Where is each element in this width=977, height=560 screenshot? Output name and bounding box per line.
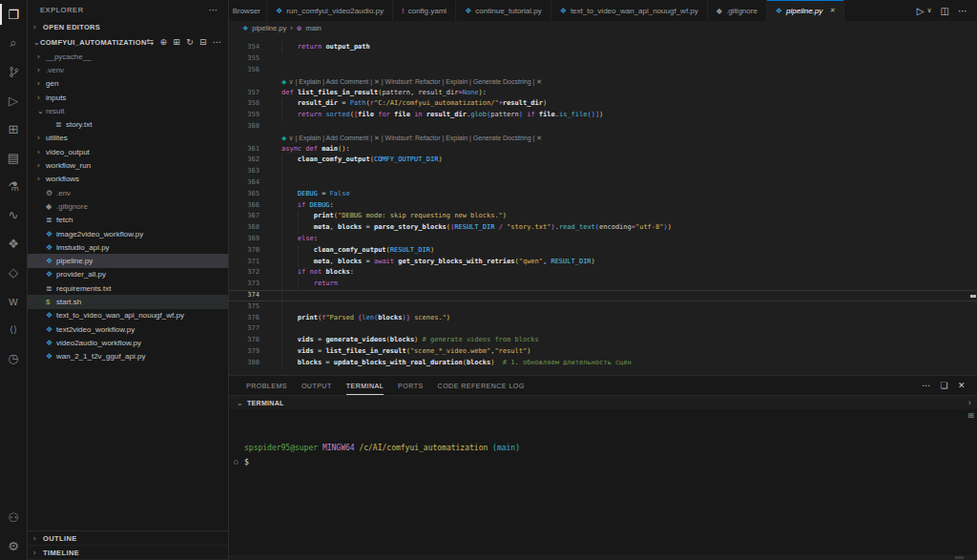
close-tab-icon[interactable]: ✕ — [829, 7, 835, 14]
project-section-header[interactable]: ⌄ COMFYUI_AUTOMATIZATION ⇆⊕⊞↻⊟⋯ — [28, 34, 228, 50]
tree-item-story-txt[interactable]: ≣story.txt — [28, 117, 228, 131]
code-line-359[interactable]: 359 return sorted([file for file in resu… — [229, 110, 977, 121]
tab-continue-tutorial-py[interactable]: ❖continue_tutorial.py — [456, 0, 551, 21]
maximize-panel-icon[interactable]: ❏ — [940, 381, 948, 390]
panel-tab-problems[interactable]: PROBLEMS — [246, 376, 287, 395]
account-icon[interactable]: ⚇ — [0, 503, 27, 531]
code-line-371[interactable]: 371 meta, blocks = await get_story_block… — [229, 257, 977, 268]
tree-item-gen[interactable]: ›gen — [28, 77, 228, 91]
refresh-icon[interactable]: ↻ — [186, 37, 194, 47]
run-debug-icon[interactable]: ▷ — [0, 86, 27, 114]
remote-explorer-icon[interactable]: ▤ — [0, 143, 27, 172]
code-line-363[interactable]: 363 — [229, 166, 977, 177]
panel-horizontal-scrollbar[interactable] — [229, 555, 977, 560]
settings-gear-icon[interactable]: ⚙ — [0, 531, 27, 560]
tree-item-requirements-txt[interactable]: ≣requirements.txt — [28, 281, 228, 295]
tab-text-to-video-wan-api-nouugf-wf-py[interactable]: ❖text_to_video_wan_api_nouugf_wf.py — [551, 0, 708, 21]
terminal-body[interactable]: spspider95@super MINGW64 /c/AI/comfyui_a… — [229, 409, 977, 560]
tree-item-lmstudio-api-py[interactable]: ❖lmstudio_api.py — [28, 240, 228, 254]
tree-item-workflow-run[interactable]: ›workflow_run — [28, 158, 228, 172]
tree-item-video2audio-workflow-py[interactable]: ❖video2audio_workflow.py — [28, 336, 228, 349]
code-line-360[interactable]: 360 — [229, 121, 977, 133]
tree-item--gitignore[interactable]: ◆.gitignore — [28, 199, 228, 213]
tree-item-workflows[interactable]: ›workflows — [28, 173, 228, 186]
scrollbar-thumb[interactable] — [955, 556, 964, 559]
breadcrumb-symbol[interactable]: main — [306, 24, 322, 32]
compare-icon[interactable]: ⇆ — [147, 37, 155, 47]
wandb-icon[interactable]: w — [0, 286, 27, 315]
code-line-375[interactable]: 375 — [229, 301, 977, 313]
code-line-370[interactable]: 370 clean_comfy_output(RESULT_DIR) — [229, 245, 977, 257]
run-python-file-button[interactable]: ▷ — [917, 6, 925, 16]
code-editor[interactable]: ▔▔▔▔▔ ▔▔▔ ▔▔▔▔ ▔▔▔▔▔▔ ▔▔▔354 return outp… — [229, 35, 977, 375]
run-dropdown-icon[interactable]: ∨ — [926, 7, 931, 14]
testing-icon[interactable]: ⚗ — [0, 172, 27, 200]
sidebar-section-timeline[interactable]: ›TIMELINE — [28, 546, 228, 560]
editor-more-actions-icon[interactable]: ⋯ — [958, 6, 967, 16]
code-line-356[interactable]: 356 — [229, 65, 977, 76]
codelens-actions[interactable]: ◈∨ | Explain | Add Comment | ✕ | Windsur… — [229, 76, 977, 88]
tree-item-text-to-video-wan-api-nouugf-wf-py[interactable]: ❖text_to_video_wan_api_nouugf_wf.py — [28, 309, 228, 322]
sidebar-more-actions-icon[interactable]: ⋯ — [208, 5, 218, 15]
sidebar-section-outline[interactable]: ›OUTLINE — [28, 531, 228, 546]
new-folder-icon[interactable]: ⊞ — [173, 37, 180, 47]
codeium-icon[interactable]: ∿ — [0, 200, 27, 229]
terminal-header-chevron-icon[interactable]: › — [968, 398, 971, 407]
close-panel-icon[interactable]: ✕ — [958, 381, 966, 390]
more-icon[interactable]: ⋯ — [213, 37, 221, 47]
code-line-377[interactable]: 377 — [229, 323, 977, 335]
code-line-364[interactable]: 364 — [229, 177, 977, 189]
terminal-command-line[interactable]: $ — [244, 455, 977, 469]
code-line-380[interactable]: 380 blocks = update_blocks_with_real_dur… — [229, 358, 977, 369]
tab-pipeline-py[interactable]: ❖pipeline.py✕ — [767, 0, 844, 21]
tree-item-video-output[interactable]: ›video_output — [28, 145, 228, 158]
container-tools-icon[interactable]: ◇ — [0, 258, 27, 286]
panel-tab-output[interactable]: OUTPUT — [301, 376, 332, 395]
tree-item-inputs[interactable]: ›inputs — [28, 91, 228, 104]
code-line-355[interactable]: 355 — [229, 53, 977, 65]
panel-tab-ports[interactable]: PORTS — [398, 376, 424, 395]
extensions-icon[interactable]: ⊞ — [0, 114, 27, 143]
code-line-368[interactable]: 368 meta, blocks = parse_story_blocks((R… — [229, 222, 977, 234]
tab--gitignore[interactable]: ◆.gitignore — [708, 0, 767, 21]
code-line-367[interactable]: 367 print("DEBUG mode: skip requesting n… — [229, 211, 977, 222]
tree-item--pycache-[interactable]: ›__pycache__ — [28, 50, 228, 63]
explorer-icon[interactable]: ❐ — [0, 0, 27, 29]
split-editor-icon[interactable]: ◫ — [941, 6, 949, 16]
breadcrumb-file[interactable]: pipeline.py — [252, 24, 286, 32]
breadcrumb[interactable]: ❖ pipeline.py › ⊛ main — [229, 21, 977, 35]
code-line-374[interactable]: 374 — [229, 290, 977, 301]
tree-item-provider-all-py[interactable]: ❖provider_all.py — [28, 268, 228, 281]
code-line-379[interactable]: 379 vids = list_files_in_result("scene_*… — [229, 346, 977, 358]
terminal-section-header[interactable]: ⌄ TERMINAL › — [229, 395, 977, 409]
tab-run-comfyui-video2audio-py[interactable]: ❖run_comfyui_video2audio.py — [267, 0, 393, 21]
code-line-362[interactable]: 362 clean_comfy_output(COMFY_OUTPUT_DIR) — [229, 155, 977, 166]
source-control-icon[interactable] — [0, 57, 27, 86]
code-line-372[interactable]: 372 if not blocks: — [229, 267, 977, 279]
code-line-365[interactable]: 365 DEBUG = False — [229, 189, 977, 200]
tree-item-start-sh[interactable]: $start.sh — [28, 295, 228, 308]
tree-item-image2video-workflow-py[interactable]: ❖image2video_workflow.py — [28, 227, 228, 240]
tree-item--env[interactable]: ⚙.env — [28, 186, 228, 199]
tree-item-pipeline-py[interactable]: ❖pipeline.py — [28, 254, 228, 267]
new-file-icon[interactable]: ⊕ — [159, 37, 167, 47]
terminal-profile-icon[interactable]: ⊞ — [967, 411, 974, 420]
code-line-358[interactable]: 358 result_dir = Path(r"C:/AI/comfyui_au… — [229, 98, 977, 110]
tree-item-text2video-workflow-py[interactable]: ❖text2video_workflow.py — [28, 322, 228, 336]
code-line-376[interactable]: 376 print(f"Parsed {len(blocks)} scenes.… — [229, 313, 977, 324]
search-icon[interactable]: ⌕ — [0, 29, 27, 57]
panel-more-actions-icon[interactable]: ⋯ — [922, 381, 931, 390]
tree-item--venv[interactable]: ›.venv — [28, 63, 228, 76]
python-icon[interactable]: ❖ — [0, 229, 27, 258]
code-line-366[interactable]: 366 if DEBUG: — [229, 200, 977, 212]
tree-item-wan-2-1-t2v-gguf-api-py[interactable]: ❖wan_2_1_t2v_gguf_api.py — [28, 350, 228, 363]
tab-config-yaml[interactable]: !config.yaml — [393, 0, 456, 21]
code-line-354[interactable]: 354 return output_path — [229, 42, 977, 53]
ai-toolkit-icon[interactable]: ⟨⟩ — [0, 315, 27, 343]
panel-tab-code-reference-log[interactable]: CODE REFERENCE LOG — [438, 376, 525, 395]
panel-tab-terminal[interactable]: TERMINAL — [346, 376, 384, 395]
tab-browser[interactable]: Browser — [229, 0, 267, 21]
code-line-373[interactable]: 373 return — [229, 279, 977, 290]
tree-item-fetch[interactable]: ≣fetch — [28, 214, 228, 227]
collapse-all-icon[interactable]: ⊟ — [199, 37, 207, 47]
